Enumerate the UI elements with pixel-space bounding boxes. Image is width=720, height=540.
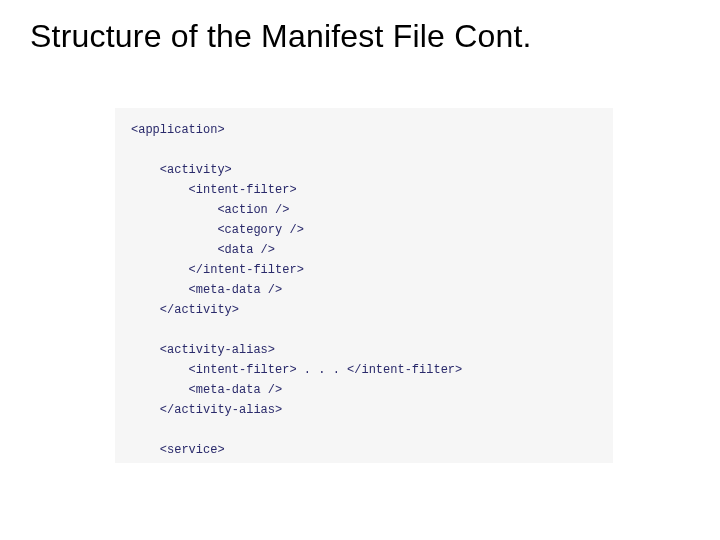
- code-line: <data />: [131, 243, 275, 257]
- code-line: <meta-data />: [131, 283, 282, 297]
- code-line: <activity-alias>: [131, 343, 275, 357]
- code-content: <application> <activity> <intent-filter>…: [131, 120, 597, 463]
- code-line: </activity>: [131, 303, 239, 317]
- code-box: <application> <activity> <intent-filter>…: [115, 108, 613, 463]
- code-line: </activity-alias>: [131, 403, 282, 417]
- code-line: <intent-filter> . . . </intent-filter>: [131, 363, 462, 377]
- code-line: <service>: [131, 443, 225, 457]
- slide-title: Structure of the Manifest File Cont.: [30, 18, 690, 55]
- code-line: <action />: [131, 203, 289, 217]
- code-line: </intent-filter>: [131, 263, 304, 277]
- code-line: <application>: [131, 123, 225, 137]
- code-line: <activity>: [131, 163, 232, 177]
- code-line: <meta-data />: [131, 383, 282, 397]
- slide: Structure of the Manifest File Cont. <ap…: [0, 0, 720, 540]
- code-line: <category />: [131, 223, 304, 237]
- code-line: <intent-filter>: [131, 183, 297, 197]
